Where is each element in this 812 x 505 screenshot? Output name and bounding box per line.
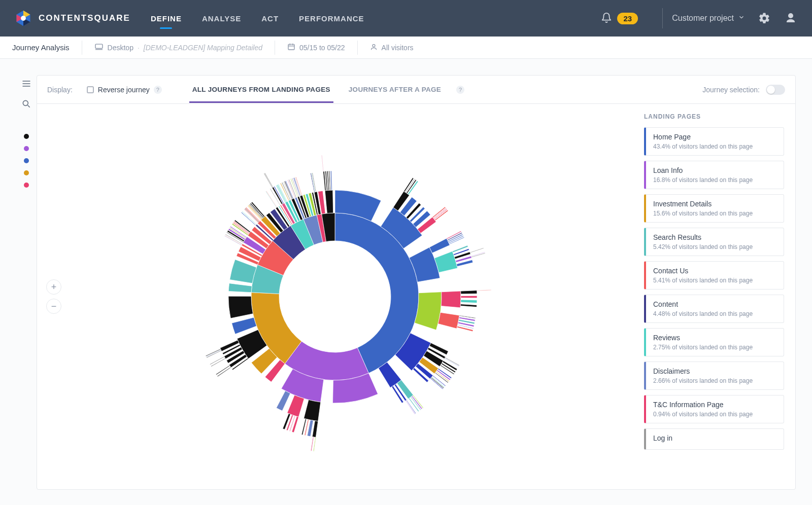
landing-page-subtext: 16.8% of visitors landed on this page [653,176,776,184]
date-filter[interactable]: 05/15 to 05/22 [287,43,345,52]
svg-rect-5 [95,44,103,48]
help-icon[interactable]: ? [456,86,464,94]
divider [662,8,663,28]
sunburst-chart[interactable]: + − [37,104,633,489]
main: Display: Reverse journey ? ALL JOURNEYS … [0,59,812,505]
menu-icon[interactable] [21,78,32,89]
page-title: Journey Analysis [12,43,70,52]
project-selector[interactable]: Customer project [672,14,745,23]
date-range-label: 05/15 to 05/22 [299,44,345,52]
zoom-out-button[interactable]: − [46,299,61,314]
tab-all-journeys[interactable]: ALL JOURNEYS FROM LANDING PAGES [189,77,333,102]
segment-filter[interactable]: All visitors [370,43,414,52]
journey-panel: Display: Reverse journey ? ALL JOURNEYS … [37,75,796,490]
chevron-down-icon [738,14,745,23]
legend-dot[interactable] [24,158,29,163]
legend-dot[interactable] [24,183,29,188]
brand-name: CONTENTSQUARE [39,13,130,23]
legend [24,134,29,195]
sunburst-svg [152,114,518,479]
landing-page-name: Disclaimers [653,367,776,375]
legend-dot[interactable] [24,134,29,139]
journey-selection-toggle[interactable]: Journey selection: [702,85,785,95]
landing-page-subtext: 15.6% of visitors landed on this page [653,210,776,217]
settings-button[interactable] [757,11,771,25]
notifications-button[interactable]: 23 [601,12,638,25]
landing-page-subtext: 43.4% of visitors landed on this page [653,143,776,150]
logo-icon [14,9,32,27]
landing-pages-panel: LANDING PAGES Home Page43.4% of visitors… [633,104,795,489]
landing-page-card[interactable]: Contact Us5.41% of visitors landed on th… [644,261,784,290]
landing-page-subtext: 2.75% of visitors landed on this page [653,344,776,351]
checkbox-icon [87,86,94,93]
landing-pages-title: LANDING PAGES [644,113,784,120]
tab-journeys-after[interactable]: JOURNEYS AFTER A PAGE [346,77,444,102]
legend-dot[interactable] [24,146,29,151]
switch-icon[interactable] [766,85,785,95]
panel-body: + − LANDING PAGES Home Page43.4% of visi… [37,104,795,489]
user-button[interactable] [784,11,798,25]
landing-page-subtext: 0.94% of visitors landed on this page [653,411,776,418]
display-label: Display: [47,86,75,94]
panel-tabs: Display: Reverse journey ? ALL JOURNEYS … [37,76,795,104]
nav-item-define[interactable]: DEFINE [151,2,182,35]
landing-page-name: Loan Info [653,166,776,174]
landing-page-card[interactable]: Content4.48% of visitors landed on this … [644,295,784,323]
svg-point-4 [21,16,26,21]
segment-label: All visitors [382,44,414,52]
legend-dot[interactable] [24,170,29,175]
bell-icon [601,12,612,25]
brand: CONTENTSQUARE [14,9,151,27]
svg-point-11 [373,44,375,47]
nav-items: DEFINE ANALYSE ACT PERFORMANCE [151,2,364,35]
svg-line-16 [28,105,30,107]
svg-rect-7 [288,44,294,50]
nav-item-analyse[interactable]: ANALYSE [202,2,241,35]
landing-page-card[interactable]: Log in [644,428,784,450]
landing-page-card[interactable]: Home Page43.4% of visitors landed on thi… [644,127,784,156]
landing-page-subtext: 4.48% of visitors landed on this page [653,310,776,317]
left-rail [16,75,37,490]
nav-item-performance[interactable]: PERFORMANCE [299,2,364,35]
reverse-journey-label: Reverse journey [98,86,150,94]
zoom-in-button[interactable]: + [46,279,61,295]
landing-page-card[interactable]: Investment Details15.6% of visitors land… [644,194,784,223]
notification-count: 23 [617,13,638,24]
landing-page-name: Search Results [653,233,776,241]
landing-page-card[interactable]: Disclaimers2.66% of visitors landed on t… [644,362,784,390]
landing-page-name: Content [653,300,776,308]
device-label: Desktop [108,44,133,52]
landing-page-subtext: 5.42% of visitors landed on this page [653,243,776,250]
person-icon [370,43,378,52]
landing-page-name: Reviews [653,334,776,342]
mapping-label: [DEMO-LEADGEN] Mapping Detailed [144,44,262,52]
landing-page-card[interactable]: Loan Info16.8% of visitors landed on thi… [644,161,784,189]
top-nav: CONTENTSQUARE DEFINE ANALYSE ACT PERFORM… [0,0,812,37]
landing-page-card[interactable]: T&C Information Page0.94% of visitors la… [644,395,784,423]
landing-page-name: Contact Us [653,267,776,275]
context-bar: Journey Analysis Desktop · [DEMO-LEADGEN… [0,37,812,59]
landing-pages-list: Home Page43.4% of visitors landed on thi… [644,127,784,450]
nav-item-act[interactable]: ACT [261,2,279,35]
reverse-journey-toggle[interactable]: Reverse journey ? [87,86,162,94]
landing-page-subtext: 2.66% of visitors landed on this page [653,377,776,384]
landing-page-name: Log in [653,434,776,442]
calendar-icon [287,43,295,52]
zoom-controls: + − [46,279,61,314]
landing-page-subtext: 5.41% of visitors landed on this page [653,277,776,284]
device-filter[interactable]: Desktop · [DEMO-LEADGEN] Mapping Detaile… [94,43,262,52]
help-icon[interactable]: ? [154,86,162,94]
svg-point-15 [23,100,28,105]
landing-page-card[interactable]: Search Results5.42% of visitors landed o… [644,228,784,256]
landing-page-card[interactable]: Reviews2.75% of visitors landed on this … [644,328,784,356]
desktop-icon [94,43,104,52]
journey-selection-label: Journey selection: [702,86,760,94]
project-label: Customer project [672,14,734,23]
landing-page-name: Home Page [653,133,776,141]
landing-page-name: T&C Information Page [653,401,776,409]
search-icon[interactable] [21,98,32,110]
landing-page-name: Investment Details [653,200,776,208]
